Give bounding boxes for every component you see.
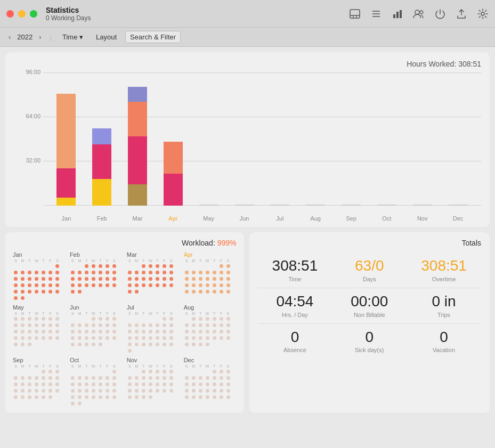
cal-days-grid (127, 316, 180, 354)
cal-day-dot (55, 283, 59, 287)
cal-day-dot (128, 323, 132, 327)
cal-day-empty (47, 341, 53, 347)
bar-jun (231, 72, 258, 206)
cal-day-dot (85, 277, 88, 281)
cal-day-dot (220, 389, 223, 393)
workload-panel: Workload: 999% JanSMTWTFSFebSMTWTFSMarSM… (5, 232, 244, 413)
chart-icon[interactable] (392, 8, 403, 20)
cal-day-dot (48, 271, 52, 274)
cal-day-dot (169, 264, 173, 268)
cal-day-dot (226, 323, 230, 327)
cal-day-empty (184, 369, 190, 374)
users-icon[interactable] (413, 8, 425, 20)
cal-day-dot (85, 395, 88, 399)
cal-days-grid (184, 369, 237, 400)
cal-day-dot (92, 382, 95, 386)
power-icon[interactable] (434, 8, 446, 20)
cal-days-grid (13, 316, 66, 347)
filter-button[interactable]: Search & Filter (125, 31, 181, 43)
bar-seg (56, 94, 76, 168)
cal-day-dot (163, 330, 166, 333)
cal-day-dot (78, 277, 82, 281)
next-year-button[interactable]: › (37, 32, 43, 42)
cal-day-dot (112, 376, 116, 380)
cal-week-row (184, 388, 237, 394)
y-label-64: 64:00 (14, 113, 40, 119)
cal-day-dot (156, 277, 159, 281)
cal-dow-row: SMTWTFS (70, 259, 123, 263)
toolbar (349, 8, 489, 20)
cal-day-empty (34, 341, 39, 347)
cal-day-empty (134, 369, 140, 374)
cal-day-dot (14, 330, 18, 333)
cal-day-dot (21, 395, 25, 399)
cal-week-row (13, 329, 66, 335)
cal-day-dot (99, 323, 102, 327)
list-icon[interactable] (370, 8, 382, 20)
bar-seg (164, 142, 183, 174)
cal-day-dot (48, 376, 52, 380)
cal-day-dot (142, 376, 145, 380)
cal-day-empty (168, 348, 174, 354)
cal-day-dot (163, 283, 166, 287)
cal-day-dot (92, 283, 95, 287)
minimize-button[interactable] (18, 10, 26, 18)
cal-day-dot (78, 343, 82, 346)
inbox-icon[interactable] (349, 8, 361, 20)
cal-day-dot (156, 264, 159, 268)
cal-day-dot (192, 395, 196, 399)
layout-button[interactable]: Layout (92, 31, 121, 43)
cal-day-dot (199, 343, 202, 346)
cal-day-empty (13, 369, 19, 374)
totals-cell-6: 0Absence (258, 324, 332, 359)
cal-day-dot (21, 317, 25, 321)
cal-day-dot (156, 389, 159, 393)
cal-day-dot (85, 343, 88, 346)
cal-day-dot (169, 389, 173, 393)
cal-week-row (127, 270, 180, 275)
cal-day-dot (106, 376, 109, 380)
x-label-feb: Feb (88, 215, 115, 222)
time-button[interactable]: Time ▾ (58, 31, 87, 43)
cal-week-row (13, 289, 66, 295)
cal-day-dot (142, 343, 145, 346)
cal-week-row (184, 282, 237, 288)
cal-day-dot (92, 323, 95, 327)
cal-day-dot (220, 395, 223, 399)
cal-day-dot (213, 336, 216, 340)
cal-day-dot (35, 336, 38, 340)
cal-dow-row: SMTWTFS (184, 364, 237, 368)
cal-day-dot (185, 271, 189, 274)
close-button[interactable] (6, 10, 14, 18)
cal-day-dot (42, 271, 45, 274)
calendar-grid: JanSMTWTFSFebSMTWTFSMarSMTWTFSAprSMTWTFS… (13, 251, 237, 406)
maximize-button[interactable] (30, 10, 37, 18)
cal-day-dot (149, 271, 152, 274)
cal-day-dot (48, 277, 52, 281)
prev-year-button[interactable]: ‹ (6, 32, 13, 42)
cal-day-dot (99, 376, 102, 380)
cal-day-dot (99, 264, 102, 268)
cal-day-dot (142, 382, 145, 386)
x-label-may: May (196, 215, 222, 222)
bar-seg (92, 128, 111, 144)
cal-month-jan: JanSMTWTFS (13, 251, 66, 301)
cal-day-dot (71, 336, 75, 340)
cal-month-label: May (13, 304, 66, 311)
settings-icon[interactable] (477, 8, 489, 20)
cal-day-dot (42, 277, 45, 281)
x-label-nov: Nov (409, 215, 436, 222)
cal-day-dot (163, 323, 166, 327)
cal-day-dot (185, 290, 189, 294)
cal-day-dot (42, 376, 45, 380)
cal-day-dot (99, 277, 102, 281)
cal-day-dot (78, 389, 82, 393)
export-icon[interactable] (456, 8, 467, 20)
cal-day-dot (169, 271, 173, 274)
cal-day-dot (71, 283, 75, 287)
cal-day-dot (71, 402, 75, 405)
cal-day-dot (169, 343, 173, 346)
cal-day-empty (148, 316, 153, 322)
cal-day-empty (198, 369, 204, 374)
cal-day-empty (91, 369, 96, 374)
